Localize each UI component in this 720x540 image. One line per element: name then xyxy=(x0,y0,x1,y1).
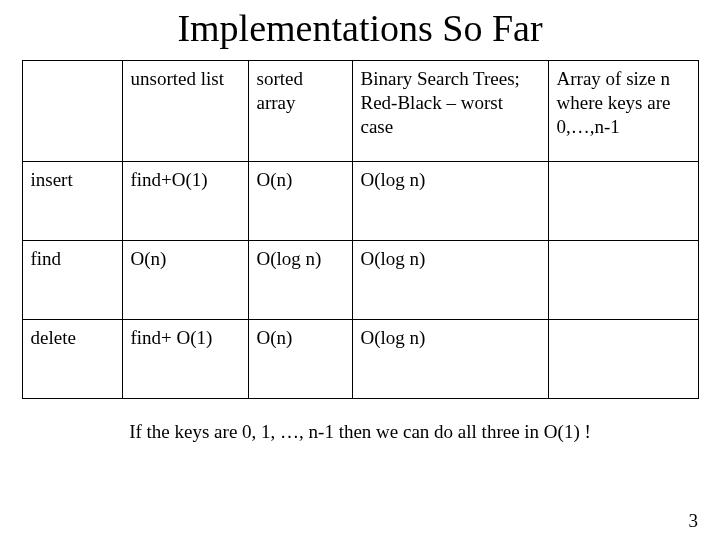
cell: find+ O(1) xyxy=(122,320,248,399)
table-row: insert find+O(1) O(n) O(log n) xyxy=(22,162,698,241)
cell: O(n) xyxy=(248,162,352,241)
table-row: delete find+ O(1) O(n) O(log n) xyxy=(22,320,698,399)
cell xyxy=(548,162,698,241)
complexity-table: unsorted list sorted array Binary Search… xyxy=(22,60,699,399)
page-title: Implementations So Far xyxy=(0,6,720,50)
header-sorted-array: sorted array xyxy=(248,61,352,162)
slide: Implementations So Far unsorted list sor… xyxy=(0,6,720,540)
header-empty xyxy=(22,61,122,162)
cell: O(log n) xyxy=(352,241,548,320)
cell: O(log n) xyxy=(248,241,352,320)
cell: O(n) xyxy=(248,320,352,399)
op-label: find xyxy=(22,241,122,320)
caption: If the keys are 0, 1, …, n-1 then we can… xyxy=(0,421,720,443)
table-header-row: unsorted list sorted array Binary Search… xyxy=(22,61,698,162)
cell: find+O(1) xyxy=(122,162,248,241)
cell: O(log n) xyxy=(352,162,548,241)
header-direct-array: Array of size n where keys are 0,…,n-1 xyxy=(548,61,698,162)
table-row: find O(n) O(log n) O(log n) xyxy=(22,241,698,320)
page-number: 3 xyxy=(689,510,699,532)
op-label: delete xyxy=(22,320,122,399)
header-bst: Binary Search Trees; Red-Black – worst c… xyxy=(352,61,548,162)
header-unsorted-list: unsorted list xyxy=(122,61,248,162)
cell xyxy=(548,320,698,399)
cell: O(log n) xyxy=(352,320,548,399)
cell xyxy=(548,241,698,320)
op-label: insert xyxy=(22,162,122,241)
cell: O(n) xyxy=(122,241,248,320)
